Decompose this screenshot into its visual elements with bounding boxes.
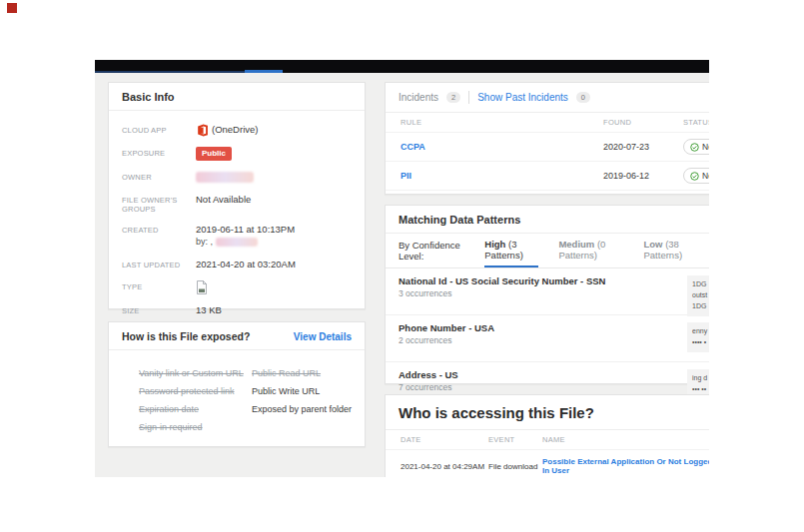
exposure-option-sign-in-required: Sign-in required	[139, 418, 252, 436]
file-type-icon	[196, 280, 208, 294]
matching-data-patterns-title: Matching Data Patterns	[386, 206, 709, 234]
snippet-line: enny	[692, 326, 709, 337]
matching-data-patterns-panel: Matching Data Patterns By Confidence Lev…	[385, 205, 709, 384]
last-updated-label: LAST UPDATED	[122, 259, 196, 270]
created-row: CREATED 2019-06-11 at 10:13PM by: ,	[122, 224, 352, 249]
rule-link-pii[interactable]: PII	[401, 171, 603, 181]
last-updated-row: LAST UPDATED 2021-04-20 at 03:20AM	[122, 259, 352, 270]
confidence-level-label: By Confidence Level:	[399, 240, 464, 267]
last-updated-value: 2021-04-20 at 03:20AM	[196, 259, 296, 270]
tab-medium-label: Medium	[558, 239, 594, 250]
exposure-label: EXPOSURE	[122, 147, 196, 161]
check-circle-icon	[690, 143, 699, 152]
exposure-row: EXPOSURE Public	[122, 147, 352, 161]
access-row: 2021-04-20 at 04:29AM File download Poss…	[386, 450, 709, 477]
pattern-snippet-box: enny •••• •	[687, 322, 709, 352]
exposure-option-vanity-link: Vanity link or Custom URL	[139, 364, 252, 382]
owner-label: OWNER	[122, 171, 196, 183]
pattern-row-phone: Phone Number - USA 2 occurrences enny ••…	[386, 315, 709, 362]
status-value: New	[702, 142, 709, 152]
incident-found-date: 2019-06-12	[603, 171, 683, 181]
exposure-option-public-read-url: Public Read URL	[252, 364, 355, 382]
tab-incidents[interactable]: Incidents	[399, 92, 438, 103]
exposure-option-password-link: Password protected link	[139, 382, 252, 400]
file-access-panel: Who is accessing this File? DATE EVENT N…	[385, 394, 709, 477]
tab-confidence-medium[interactable]: Medium (0 Patterns)	[558, 239, 623, 267]
tab-show-past-incidents[interactable]: Show Past Incidents	[477, 92, 568, 103]
pattern-name: Address - US	[399, 369, 700, 380]
owner-redacted-value	[196, 172, 254, 183]
tab-divider	[468, 91, 469, 104]
rule-link-ccpa[interactable]: CCPA	[401, 142, 603, 152]
pattern-occurrences: 7 occurrences	[399, 382, 700, 392]
snippet-line: 1DG	[692, 279, 709, 290]
size-label: SIZE	[122, 304, 196, 316]
file-exposure-panel: How is this File exposed? View Details V…	[108, 321, 366, 447]
public-exposure-badge: Public	[196, 147, 232, 161]
past-incidents-count-badge: 0	[576, 92, 590, 103]
incidents-col-status: STATUS	[683, 118, 709, 127]
incident-row-pii: PII 2019-06-12 New	[386, 162, 709, 191]
incident-found-date: 2020-07-23	[603, 142, 683, 152]
type-row: TYPE	[122, 280, 352, 294]
incidents-col-found: FOUND	[603, 118, 683, 127]
cloud-app-row: CLOUD APP (OneDrive)	[122, 124, 352, 137]
access-date: 2021-04-20 at 04:29AM	[401, 462, 488, 471]
tab-low-label: Low	[644, 239, 663, 250]
file-access-title: Who is accessing this File?	[386, 395, 709, 430]
pattern-occurrences: 2 occurrences	[399, 335, 700, 345]
pattern-name: National Id - US Social Security Number …	[399, 275, 700, 286]
onedrive-icon	[196, 124, 209, 137]
file-owners-groups-value: Not Available	[196, 194, 251, 214]
created-label: CREATED	[122, 224, 196, 249]
pattern-snippet-box: 1DG outst 1DG	[687, 275, 709, 316]
tab-confidence-high[interactable]: High (3 Patterns)	[484, 239, 538, 267]
browser-top-bar	[95, 60, 709, 73]
snippet-line: •••• •	[692, 337, 709, 348]
created-value: 2019-06-11 at 10:13PM	[196, 224, 295, 236]
access-col-event: EVENT	[488, 435, 542, 444]
pattern-name: Phone Number - USA	[399, 322, 700, 333]
incidents-count-badge: 2	[446, 92, 460, 103]
view-details-link[interactable]: View Details	[294, 331, 352, 342]
size-value: 13 KB	[196, 304, 222, 316]
file-owners-groups-row: FILE OWNER'S GROUPS Not Available	[122, 194, 352, 214]
tab-confidence-low[interactable]: Low (38 Patterns)	[644, 239, 701, 267]
status-dropdown-button[interactable]: New	[683, 139, 709, 155]
recording-marker	[7, 3, 17, 13]
basic-info-title: Basic Info	[109, 83, 365, 111]
cloud-app-label: CLOUD APP	[122, 124, 196, 137]
access-event: File download	[488, 462, 542, 471]
exposure-option-parent-folder: Exposed by parent folder	[252, 400, 355, 418]
incidents-panel: Incidents 2 Show Past Incidents 0 RULE F…	[385, 82, 709, 195]
exposure-option-expiration-date: Expiration date	[139, 400, 252, 418]
incident-row-ccpa: CCPA 2020-07-23 New	[386, 133, 709, 162]
access-col-name: NAME	[542, 435, 709, 444]
status-dropdown-button[interactable]: New	[683, 168, 709, 184]
snippet-line: ing d	[692, 373, 709, 384]
snippet-line: 1DG	[692, 301, 709, 312]
screenshot-stage: Basic Info CLOUD APP (OneDrive)	[0, 0, 804, 532]
cloud-app-value: (OneDrive)	[212, 124, 258, 136]
owner-row: OWNER	[122, 171, 352, 183]
pattern-occurrences: 3 occurrences	[399, 288, 700, 298]
access-col-date: DATE	[401, 435, 488, 444]
created-by-prefix: by: ,	[196, 237, 213, 249]
basic-info-panel: Basic Info CLOUD APP (OneDrive)	[108, 82, 366, 309]
exposure-option-public-write-url: Public Write URL	[252, 382, 355, 400]
access-name-link[interactable]: Possible External Application Or Not Log…	[542, 457, 709, 475]
created-by-redacted-value	[216, 238, 258, 247]
type-label: TYPE	[122, 280, 196, 294]
tab-high-label: High	[484, 239, 505, 250]
size-row: SIZE 13 KB	[122, 304, 352, 316]
file-detail-content: Basic Info CLOUD APP (OneDrive)	[95, 73, 709, 477]
file-exposure-title: How is this File exposed?	[122, 330, 250, 342]
snippet-line: outst	[692, 290, 709, 301]
incidents-col-rule: RULE	[401, 118, 603, 127]
check-circle-icon	[690, 172, 699, 181]
file-owners-groups-label: FILE OWNER'S GROUPS	[122, 194, 196, 214]
pattern-row-ssn: National Id - US Social Security Number …	[386, 268, 709, 315]
status-value: New	[702, 171, 709, 181]
